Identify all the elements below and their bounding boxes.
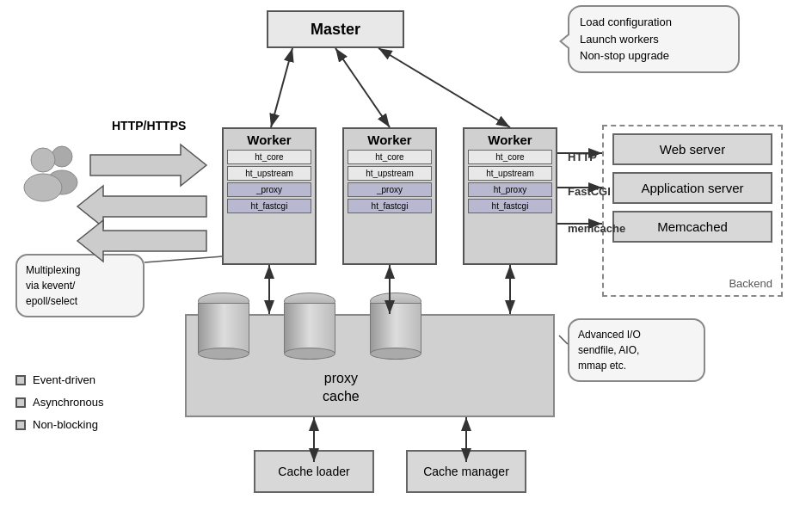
cache-manager-label: Cache manager xyxy=(423,465,509,478)
user-icon xyxy=(17,138,86,206)
db-cylinder-1 xyxy=(198,293,249,361)
db-cylinder-2 xyxy=(284,293,335,361)
svg-marker-10 xyxy=(90,145,206,186)
legend-label-1: Event-driven xyxy=(33,369,95,391)
worker2-module-proxy: _proxy xyxy=(348,182,432,197)
legend-square-3 xyxy=(15,420,26,430)
worker1-module-upstream: ht_upstream xyxy=(227,166,311,181)
worker1-module-proxy: _proxy xyxy=(227,182,311,197)
callout-advanced-io: Advanced I/Osendfile, AIO,mmap etc. xyxy=(568,318,705,382)
legend-non-blocking: Non-blocking xyxy=(15,414,103,436)
cache-loader-label: Cache loader xyxy=(278,465,349,478)
legend: Event-driven Asynchronous Non-blocking xyxy=(15,369,103,436)
backend-label: Backend xyxy=(729,277,772,290)
cache-manager-box: Cache manager xyxy=(406,450,526,493)
worker3-module-fastcgi: ht_fastcgi xyxy=(468,199,552,213)
svg-point-3 xyxy=(24,174,62,201)
worker3-module-upstream: ht_upstream xyxy=(468,166,552,181)
worker1-module-fastcgi: ht_fastcgi xyxy=(227,199,311,213)
proxy-cache-label: proxycache xyxy=(323,370,360,406)
web-server-item: Web server xyxy=(612,133,772,165)
memcached-item: Memcached xyxy=(612,211,772,243)
fastcgi-proto-label: FastCGI xyxy=(568,185,611,198)
callout-top: Load configurationLaunch workersNon-stop… xyxy=(568,5,740,73)
worker2-module-upstream: ht_upstream xyxy=(348,166,432,181)
app-server-item: Application server xyxy=(612,172,772,204)
callout-left-text: Multiplexingvia kevent/epoll/select xyxy=(26,264,80,307)
worker2-box: Worker ht_core ht_upstream _proxy ht_fas… xyxy=(342,127,437,265)
worker3-module-proxy: ht_proxy xyxy=(468,182,552,197)
worker2-label: Worker xyxy=(348,132,432,147)
http-proto-label: HTTP xyxy=(568,151,597,163)
legend-square-1 xyxy=(15,375,26,385)
http-https-label: HTTP/HTTPS xyxy=(112,119,186,132)
master-box: Master xyxy=(267,10,404,48)
callout-right-text: Advanced I/Osendfile, AIO,mmap etc. xyxy=(578,329,641,372)
backend-box: Web server Application server Memcached … xyxy=(602,125,783,297)
worker1-label: Worker xyxy=(227,132,311,147)
svg-line-21 xyxy=(145,256,222,262)
legend-square-2 xyxy=(15,397,26,408)
legend-label-2: Asynchronous xyxy=(33,391,103,414)
worker3-module-core: ht_core xyxy=(468,150,552,164)
db-group xyxy=(198,293,421,361)
svg-line-7 xyxy=(271,48,292,127)
svg-line-22 xyxy=(559,336,568,344)
callout-multiplexing: Multiplexingvia kevent/epoll/select xyxy=(15,254,145,317)
svg-line-9 xyxy=(378,48,510,127)
worker1-box: Worker ht_core ht_upstream _proxy ht_fas… xyxy=(222,127,317,265)
db-cylinder-3 xyxy=(370,293,421,361)
diagram-container: Master Load configurationLaunch workersN… xyxy=(0,0,812,505)
memcache-proto-label: memcache xyxy=(568,222,625,235)
callout-top-text: Load configurationLaunch workersNon-stop… xyxy=(580,15,672,62)
worker2-module-fastcgi: ht_fastcgi xyxy=(348,199,432,213)
worker2-module-core: ht_core xyxy=(348,150,432,164)
cache-loader-box: Cache loader xyxy=(254,450,374,493)
legend-asynchronous: Asynchronous xyxy=(15,391,103,414)
svg-point-2 xyxy=(31,148,55,172)
worker3-box: Worker ht_core ht_upstream ht_proxy ht_f… xyxy=(463,127,557,265)
master-label: Master xyxy=(311,21,360,39)
legend-label-3: Non-blocking xyxy=(33,414,98,436)
worker3-label: Worker xyxy=(468,132,552,147)
svg-marker-11 xyxy=(77,186,206,227)
legend-event-driven: Event-driven xyxy=(15,369,103,391)
svg-line-8 xyxy=(335,48,390,127)
worker1-module-core: ht_core xyxy=(227,150,311,164)
